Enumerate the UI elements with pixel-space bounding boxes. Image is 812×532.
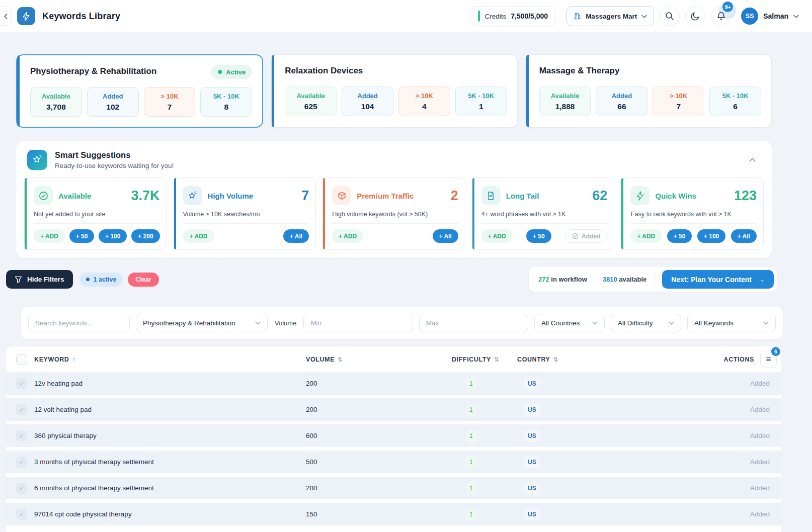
column-difficulty[interactable]: DIFFICULTY⇅ [452,356,517,363]
next-plan-content-button[interactable]: Next: Plan Your Content → [662,270,774,289]
document-icon [481,186,501,205]
project-name: Massage & Therapy [539,64,620,76]
add-50-button[interactable]: + 50 [69,229,95,243]
add-all-button[interactable]: + All [731,229,757,243]
add-button[interactable]: + ADD [34,229,65,243]
row-checkbox[interactable]: ✓ [16,404,27,415]
row-checkbox[interactable]: ✓ [16,430,27,441]
bell-icon [717,12,725,21]
project-card-massage-therapy[interactable]: Massage & Therapy Available1,888 Added66… [526,54,772,128]
column-country[interactable]: COUNTRY⇅ [517,356,683,363]
stat-over-10k: > 10K4 [398,86,450,116]
difficulty-badge: 1 [466,482,476,494]
project-name: Relaxation Devices [285,64,363,76]
suggestion-count: 7 [301,188,309,204]
chevron-left-icon [4,14,8,19]
difficulty-select[interactable]: All Difficulty [611,314,681,332]
org-selector[interactable]: Massagers Mart [566,6,654,26]
suggestion-card-long-tail: Long Tail 62 4+ word phrases with vol > … [472,178,615,250]
status-added: Added [683,380,781,387]
credits-bar [478,11,480,22]
chevron-down-icon [793,15,799,18]
suggestion-card-high-volume: High Volume 7 Volume ≥ 10K searches/mo +… [174,178,316,250]
active-dot-icon [86,278,90,281]
suggestions-subtitle: Ready-to-use keywords waiting for you! [55,162,174,169]
column-volume[interactable]: VOLUME⇅ [306,356,452,363]
column-keyword[interactable]: KEYWORD↑ [34,356,306,363]
user-menu[interactable]: SS Salman [741,8,799,25]
notifications-button[interactable]: 9+ [711,6,731,26]
table-row[interactable]: ✓ 3 months of physical therapy settlemen… [6,451,781,473]
add-50-button[interactable]: + 50 [526,229,551,243]
cube-icon [332,186,351,205]
arrow-right-icon: → [758,276,765,284]
table-row[interactable]: ✓ 12 volt heating pad 200 1 US Added [6,398,781,421]
add-200-button[interactable]: + 200 [131,229,159,243]
stat-5k-10k: 5K - 10K1 [455,86,507,116]
add-button[interactable]: + ADD [183,229,214,243]
volume-max-input[interactable] [419,314,528,332]
add-all-button[interactable]: + All [283,229,309,243]
clear-filters-button[interactable]: Clear [128,273,158,287]
stat-available: Available1,888 [539,86,591,116]
country-select[interactable]: All Countries [534,314,605,332]
stat-over-10k: > 10K7 [653,86,704,116]
check-circle-icon [572,233,579,239]
volume-cell: 200 [306,406,452,413]
chevron-down-icon [592,321,598,325]
stat-added: Added104 [342,86,393,116]
project-select[interactable]: Physiotherapy & Rehabilitation [136,314,268,332]
collapse-button[interactable] [744,155,761,165]
menu-icon: ≡ [766,354,771,365]
search-button[interactable] [660,6,680,26]
keyword-cell: 97014 cpt code physical therapy [34,510,306,518]
add-100-button[interactable]: + 100 [697,229,725,243]
dark-mode-button[interactable] [685,6,705,26]
row-checkbox[interactable]: ✓ [16,457,27,468]
star-icon [183,186,202,205]
sort-icon: ⇅ [494,356,500,363]
table-row[interactable]: ✓ 97014 cpt code physical therapy 150 1 … [6,503,781,525]
add-button[interactable]: + ADD [332,229,363,243]
add-button[interactable]: + ADD [630,229,662,243]
table-row[interactable]: ✓ 360 physical therapy 600 1 US Added [6,424,781,447]
project-cards-row: Physiotherapy & Rehabilitation Active Av… [16,54,772,128]
row-checkbox[interactable]: ✓ [16,378,27,389]
sort-asc-icon: ↑ [72,356,75,363]
add-all-button[interactable]: + All [433,229,458,243]
suggestion-card-available: Available 3.7K Not yet added to your sit… [24,178,167,250]
suggestion-desc: Volume ≥ 10K searches/mo [183,211,309,218]
table-header: KEYWORD↑ VOLUME⇅ DIFFICULTY⇅ COUNTRY⇅ AC… [6,346,781,372]
project-card-relaxation-devices[interactable]: Relaxation Devices Available625 Added104… [271,54,517,128]
back-button[interactable] [0,7,12,26]
suggestion-count: 3.7K [131,188,160,204]
volume-min-input[interactable] [303,314,413,332]
row-checkbox[interactable]: ✓ [16,509,27,520]
select-all-checkbox[interactable] [16,354,27,365]
columns-menu-button[interactable]: ≡ 6 [760,350,777,368]
building-icon [574,12,581,20]
status-added: Added [683,458,781,466]
add-50-button[interactable]: + 50 [667,229,692,243]
suggestion-count: 123 [734,188,757,204]
volume-cell: 150 [306,510,452,518]
stat-5k-10k: 5K - 10K6 [709,86,761,116]
keywords-select[interactable]: All Keywords [687,314,776,332]
project-name: Physiotherapy & Rehabilitation [30,65,156,76]
suggestion-desc: Easy to rank keywords with vol > 1K [630,211,757,218]
hide-filters-button[interactable]: Hide Filters [6,270,73,289]
add-button[interactable]: + ADD [481,229,513,243]
project-card-physiotherapy[interactable]: Physiotherapy & Rehabilitation Active Av… [16,54,263,128]
keyword-cell: 12 volt heating pad [34,406,306,413]
search-input[interactable] [28,314,130,332]
row-checkbox[interactable]: ✓ [16,483,27,494]
sort-icon: ⇅ [553,356,559,363]
added-button[interactable]: Added [565,229,607,243]
add-100-button[interactable]: + 100 [99,229,127,243]
divider [595,275,595,285]
table-row[interactable]: ✓ 12v heating pad 200 1 US Added [6,372,781,395]
chevron-down-icon [763,321,769,325]
stat-over-10k: > 10K7 [144,87,196,117]
table-row[interactable]: ✓ 6 months of physical therapy settlemen… [6,477,781,499]
keyword-cell: 360 physical therapy [34,432,306,439]
